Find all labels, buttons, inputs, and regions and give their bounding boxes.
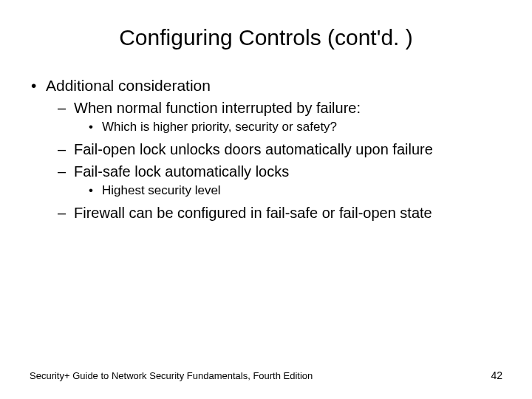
footer: Security+ Guide to Network Security Fund… bbox=[30, 369, 502, 381]
bullet-l2d-text: Firewall can be configured in fail-safe … bbox=[74, 205, 432, 221]
bullet-l3b-text: Highest security level bbox=[102, 183, 221, 197]
bullet-l1-text: Additional consideration bbox=[46, 77, 211, 94]
bullet-l2: When normal function interrupted by fail… bbox=[46, 98, 502, 135]
bullet-l2a-text: When normal function interrupted by fail… bbox=[74, 100, 361, 116]
bullet-l1: Additional consideration When normal fun… bbox=[30, 75, 502, 222]
bullet-l2b-text: Fail-open lock unlocks doors automatical… bbox=[74, 141, 433, 157]
bullet-l3a-text: Which is higher priority, security or sa… bbox=[102, 120, 337, 134]
slide-title: Configuring Controls (cont'd. ) bbox=[30, 25, 502, 50]
bullet-l2: Fail-safe lock automatically locks Highe… bbox=[46, 162, 502, 199]
bullet-l2: Fail-open lock unlocks doors automatical… bbox=[46, 140, 502, 159]
bullet-l2c-text: Fail-safe lock automatically locks bbox=[74, 163, 289, 180]
slide: Configuring Controls (cont'd. ) Addition… bbox=[0, 0, 532, 399]
slide-content: Additional consideration When normal fun… bbox=[30, 75, 502, 222]
bullet-l2: Firewall can be configured in fail-safe … bbox=[46, 203, 502, 222]
page-number: 42 bbox=[491, 369, 502, 381]
bullet-l3: Highest security level bbox=[74, 183, 502, 199]
footer-text: Security+ Guide to Network Security Fund… bbox=[30, 370, 313, 381]
bullet-l3: Which is higher priority, security or sa… bbox=[74, 119, 502, 135]
